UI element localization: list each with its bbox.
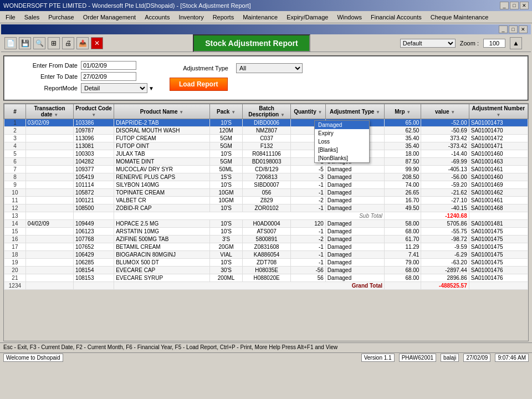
col-value[interactable]: value ▼ bbox=[421, 104, 469, 119]
to-date-label: Enter To Date bbox=[9, 73, 81, 80]
dropdown-blanks[interactable]: [Blanks] bbox=[315, 146, 369, 154]
cell-pack: 10'S bbox=[209, 220, 243, 228]
table-scroll[interactable]: # Transaction date ▼ Product Code ▼ Prod… bbox=[4, 104, 528, 341]
inner-close-btn[interactable]: ✕ bbox=[519, 25, 528, 33]
default-select[interactable]: Default bbox=[400, 39, 456, 48]
row-num: 12 bbox=[4, 204, 26, 212]
from-date-input[interactable] bbox=[81, 61, 136, 70]
save-button[interactable]: 💾 bbox=[19, 37, 31, 49]
table-row: 16 107768 AZIFINE 500MG TAB 3'S 5800891 … bbox=[4, 236, 528, 243]
menu-reports[interactable]: Reports bbox=[209, 13, 238, 22]
cell-code: 104282 bbox=[74, 158, 114, 166]
row-num: 11 bbox=[4, 197, 26, 204]
cell-pack: 10GM bbox=[209, 197, 243, 204]
menu-inventory[interactable]: Inventory bbox=[175, 13, 207, 22]
menu-accounts[interactable]: Accounts bbox=[141, 13, 173, 22]
dropdown-nonblanks[interactable]: [NonBlanks] bbox=[315, 154, 369, 162]
close-button[interactable]: ✕ bbox=[520, 2, 529, 9]
cell-value: -6.29 bbox=[421, 251, 469, 259]
cell-code bbox=[74, 212, 114, 220]
to-date-input[interactable] bbox=[81, 72, 136, 81]
cell-name: DIAPRIDE-2 TAB bbox=[114, 119, 210, 127]
cell-mrp: 61.70 bbox=[385, 236, 421, 243]
print-button[interactable]: 🖨 bbox=[62, 37, 74, 49]
row-num: 9 bbox=[4, 181, 26, 189]
cell-adj-type: Damaged bbox=[325, 197, 384, 204]
find-button[interactable]: 🔍 bbox=[33, 37, 45, 49]
user-code-text: PHAW62001 bbox=[399, 354, 436, 362]
cell-code: 108500 bbox=[74, 204, 114, 212]
menu-purchase[interactable]: Purchase bbox=[45, 13, 77, 22]
new-button[interactable]: 📄 bbox=[4, 37, 17, 49]
cell-adj-num bbox=[469, 282, 528, 290]
cell-batch: R08411106 bbox=[243, 150, 290, 158]
cell-adj-type: Damaged bbox=[325, 181, 384, 189]
cell-code: 105419 bbox=[74, 173, 114, 181]
cell-value: -40.15 bbox=[421, 204, 469, 212]
menu-expiry-damage[interactable]: Expiry/Damage bbox=[283, 13, 331, 22]
load-report-button[interactable]: Load Report bbox=[170, 78, 228, 91]
row-num: 17 bbox=[4, 243, 26, 251]
filter-button[interactable]: ⊞ bbox=[48, 37, 60, 49]
menu-maintenance[interactable]: Maintenance bbox=[239, 13, 281, 22]
table-row: 4 113081 FUTOP OINT 5GM F132 Damaged 35.… bbox=[4, 142, 528, 150]
cell-adj-type: Damaged bbox=[325, 204, 384, 212]
col-adj-num[interactable]: Adjustment Number ▼ bbox=[469, 104, 528, 119]
col-prod-code[interactable]: Product Code ▼ bbox=[74, 104, 114, 119]
inner-restore-btn[interactable]: □ bbox=[509, 25, 518, 33]
cell-code: 109377 bbox=[74, 166, 114, 173]
report-mode-select[interactable]: Detail Summary bbox=[81, 83, 147, 93]
export-button[interactable]: 📤 bbox=[76, 37, 89, 49]
col-mrp[interactable]: Mrp ▼ bbox=[385, 104, 421, 119]
dropdown-damaged[interactable]: Damaged bbox=[315, 121, 369, 129]
cell-name: SILYBON 140MG bbox=[114, 181, 210, 189]
row-num: 7 bbox=[4, 166, 26, 173]
col-qty[interactable]: Quantity ▼ bbox=[290, 104, 325, 119]
zoom-spin-btn[interactable]: ▲ bbox=[510, 37, 522, 49]
cell-code: 107652 bbox=[74, 243, 114, 251]
cell-value: -27.10 bbox=[421, 197, 469, 204]
menu-financial-accounts[interactable]: Financial Accounts bbox=[367, 13, 425, 22]
cell-date bbox=[25, 228, 73, 236]
dropdown-expiry[interactable]: Expiry bbox=[315, 129, 369, 137]
row-num: 5 bbox=[4, 150, 26, 158]
bottom-bar: Welcome to Dshopaid Version 1.1 PHAW6200… bbox=[0, 352, 532, 362]
col-batch-desc[interactable]: Batch Description ▼ bbox=[243, 104, 290, 119]
menu-cheque-maintenance[interactable]: Cheque Maintenance bbox=[427, 13, 492, 22]
zoom-input[interactable] bbox=[483, 39, 505, 48]
cell-date bbox=[25, 166, 73, 173]
col-adj-type[interactable]: Adjustment Type ▼ bbox=[325, 104, 384, 119]
cell-mrp bbox=[385, 212, 421, 220]
minimize-button[interactable]: _ bbox=[500, 2, 509, 9]
table-row: 5 100303 JULAX TAB 10'S R08411106 -1 Dam… bbox=[4, 150, 528, 158]
menu-bar: File Sales Purchase Order Management Acc… bbox=[0, 11, 532, 23]
cell-adj-num: SA01001462 bbox=[469, 189, 528, 197]
cell-batch: SIBD0007 bbox=[243, 181, 290, 189]
menu-file[interactable]: File bbox=[2, 13, 19, 22]
adj-type-select[interactable]: All Damaged Expiry Loss bbox=[236, 63, 303, 73]
col-pack[interactable]: Pack ▼ bbox=[209, 104, 243, 119]
cell-adj-num: SA01001472 bbox=[469, 135, 528, 142]
cell-adj-num: SA01001481 bbox=[469, 220, 528, 228]
cell-batch: Z0831608 bbox=[243, 243, 290, 251]
cell-mrp: 58.00 bbox=[385, 220, 421, 228]
dropdown-loss[interactable]: Loss bbox=[315, 137, 369, 146]
table-row: 15 106123 ARSTATIN 10MG 10'S ATS007 -1 D… bbox=[4, 228, 528, 236]
menu-sales[interactable]: Sales bbox=[21, 13, 43, 22]
col-prod-name[interactable]: Product Name ▼ bbox=[114, 104, 210, 119]
cell-qty: -2 bbox=[290, 197, 325, 204]
cell-adj-num: SA01001461 bbox=[469, 197, 528, 204]
inner-minimize-btn[interactable]: _ bbox=[499, 25, 508, 33]
col-trans-date[interactable]: Transaction date ▼ bbox=[25, 104, 73, 119]
cell-date bbox=[25, 267, 73, 274]
close-icon-btn[interactable]: ✕ bbox=[91, 37, 103, 49]
row-num: 14 bbox=[4, 220, 26, 228]
table-row: 14 04/02/09 109449 HOPACE 2.5 MG 10'S H0… bbox=[4, 220, 528, 228]
menu-order-management[interactable]: Order Management bbox=[80, 13, 139, 22]
cell-date bbox=[25, 189, 73, 197]
adj-type-dropdown[interactable]: Damaged Expiry Loss [Blanks] [NonBlanks] bbox=[314, 120, 370, 163]
maximize-button[interactable]: □ bbox=[510, 2, 519, 9]
cell-name: BIOGARACIN 80MGINJ bbox=[114, 251, 210, 259]
cell-batch: CD/8/129 bbox=[243, 166, 290, 173]
menu-windows[interactable]: Windows bbox=[334, 13, 365, 22]
